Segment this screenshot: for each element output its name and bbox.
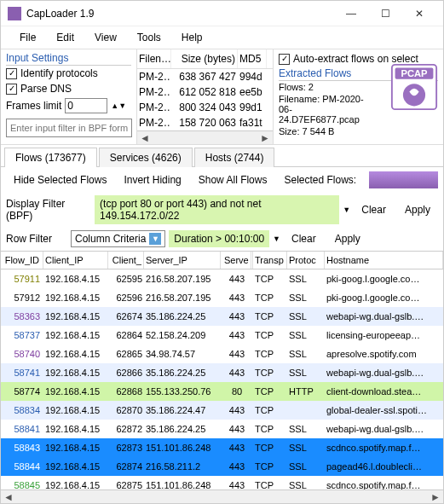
col-transport[interactable]: Transp: [253, 252, 287, 269]
table-row[interactable]: 58841192.168.4.156287235.186.224.25443TC…: [1, 420, 443, 438]
extracted-flows-panel: ✓Auto-extract flows on select Extracted …: [274, 49, 443, 144]
menu-file[interactable]: File: [9, 28, 46, 47]
input-bpf-filter[interactable]: [6, 119, 132, 137]
input-settings-panel: Input Settings ✓Identify protocols ✓Pars…: [1, 49, 137, 144]
dropdown-icon[interactable]: ▼: [273, 235, 280, 243]
file-row[interactable]: PM-2…638 367 427994d: [137, 69, 273, 84]
top-panel: Input Settings ✓Identify protocols ✓Pars…: [1, 49, 443, 145]
window-title: CapLoader 1.9: [26, 8, 334, 20]
hide-selected-button[interactable]: Hide Selected Flows: [6, 171, 114, 189]
selected-flows-label: Selected Flows:: [276, 171, 364, 189]
col-hostname[interactable]: Hostname: [325, 252, 443, 269]
file-row[interactable]: PM-2…158 720 063fa31t: [137, 115, 273, 130]
tab-services[interactable]: Services (4626): [99, 148, 193, 167]
table-row[interactable]: 58844192.168.4.1562874216.58.211.2443TCP…: [1, 457, 443, 476]
row-filter-apply[interactable]: Apply: [327, 229, 368, 248]
col-flowid[interactable]: Flow_ID: [1, 252, 43, 269]
chevron-down-icon: ▼: [149, 233, 161, 245]
pcap-icon[interactable]: PCAP: [390, 63, 438, 111]
grid-h-scrollbar[interactable]: ◄►: [1, 490, 443, 503]
col-clientip[interactable]: Client_IP: [43, 252, 108, 269]
menu-view[interactable]: View: [84, 28, 127, 47]
table-row[interactable]: 58845192.168.4.1562875151.101.86.248443T…: [1, 476, 443, 490]
identify-protocols-checkbox[interactable]: ✓Identify protocols: [6, 66, 131, 81]
parse-dns-checkbox[interactable]: ✓Parse DNS: [6, 81, 131, 96]
file-list: Filen… Size (bytes) MD5 PM-2…638 367 427…: [137, 49, 274, 144]
display-filter-clear[interactable]: Clear: [354, 200, 394, 219]
column-criteria-combo[interactable]: Column Criteria▼: [71, 230, 165, 247]
col-md5[interactable]: MD5: [238, 49, 267, 68]
frames-limit-input[interactable]: [65, 98, 107, 113]
close-button[interactable]: ✕: [402, 2, 436, 26]
flows-grid: Flow_ID Client_IP Client_ Server_IP Serv…: [1, 251, 443, 503]
menu-tools[interactable]: Tools: [127, 28, 171, 47]
table-row[interactable]: 58363192.168.4.156267435.186.224.25443TC…: [1, 307, 443, 326]
app-icon: [8, 7, 21, 20]
menubar: File Edit View Tools Help: [1, 26, 443, 49]
col-size[interactable]: Size (bytes): [171, 49, 238, 68]
tab-hosts[interactable]: Hosts (2744): [194, 148, 275, 167]
maximize-button[interactable]: ☐: [368, 2, 402, 26]
minimize-button[interactable]: —: [334, 2, 368, 26]
col-serverip[interactable]: Server_IP: [144, 252, 221, 269]
svg-text:PCAP: PCAP: [401, 68, 428, 78]
row-filter-label: Row Filter: [6, 233, 67, 245]
table-row[interactable]: 58843192.168.4.1562873151.101.86.248443T…: [1, 438, 443, 457]
dropdown-icon[interactable]: ▼: [343, 206, 350, 214]
input-settings-hdr: Input Settings: [6, 51, 131, 66]
spinner-icon[interactable]: ▲▼: [111, 101, 126, 110]
show-all-button[interactable]: Show All Flows: [191, 171, 275, 189]
table-row[interactable]: 58774192.168.4.1562868155.133.250.7680TC…: [1, 382, 443, 401]
col-serverport[interactable]: Serve▲: [221, 252, 253, 269]
menu-help[interactable]: Help: [171, 28, 213, 47]
invert-hiding-button[interactable]: Invert Hiding: [116, 171, 188, 189]
grid-header: Flow_ID Client_IP Client_ Server_IP Serv…: [1, 252, 443, 269]
display-filter-label: Display Filter (BPF): [6, 198, 91, 222]
table-row[interactable]: 57911192.168.4.1562595216.58.207.195443T…: [1, 269, 443, 288]
col-filename[interactable]: Filen…: [137, 49, 171, 68]
row-filter-row: Row Filter Column Criteria▼ Duration > 0…: [1, 227, 443, 251]
file-row[interactable]: PM-2…612 052 818ee5b: [137, 84, 273, 100]
tab-flows[interactable]: Flows (173677): [4, 148, 97, 167]
display-filter-apply[interactable]: Apply: [397, 200, 438, 219]
titlebar: CapLoader 1.9 — ☐ ✕: [1, 1, 443, 26]
col-clientport[interactable]: Client_: [108, 252, 144, 269]
frames-limit: Frames limit ▲▼: [6, 96, 131, 115]
row-filter-value[interactable]: Duration > 00:10:00: [169, 230, 269, 247]
table-row[interactable]: 58737192.168.4.156286452.158.24.209443TC…: [1, 326, 443, 345]
table-row[interactable]: 58834192.168.4.156287035.186.224.47443TC…: [1, 401, 443, 420]
extracted-filename: Filename: PM-2020-06-24.D7EF6877.pcap: [279, 93, 372, 125]
tabs: Flows (173677) Services (4626) Hosts (27…: [1, 147, 443, 167]
file-list-scrollbar[interactable]: ◄►: [137, 130, 273, 144]
table-row[interactable]: 57912192.168.4.1562596216.58.207.195443T…: [1, 288, 443, 307]
row-filter-clear[interactable]: Clear: [284, 229, 324, 248]
display-filter-value[interactable]: (tcp port 80 or port 443) and not net 14…: [95, 195, 339, 224]
file-row[interactable]: PM-2…800 324 04399d1: [137, 100, 273, 115]
table-row[interactable]: 58741192.168.4.156286635.186.224.25443TC…: [1, 363, 443, 382]
table-row[interactable]: 58740192.168.4.156286534.98.74.57443TCPS…: [1, 345, 443, 363]
menu-edit[interactable]: Edit: [46, 28, 84, 47]
extracted-size: Size: 7 544 B: [279, 125, 438, 137]
col-protocol[interactable]: Protoc: [287, 252, 325, 269]
selected-flows-bar[interactable]: [369, 171, 438, 188]
flows-toolbar: Hide Selected Flows Invert Hiding Show A…: [1, 167, 443, 193]
display-filter-row: Display Filter (BPF) (tcp port 80 or por…: [1, 193, 443, 227]
file-list-header: Filen… Size (bytes) MD5: [137, 49, 273, 69]
